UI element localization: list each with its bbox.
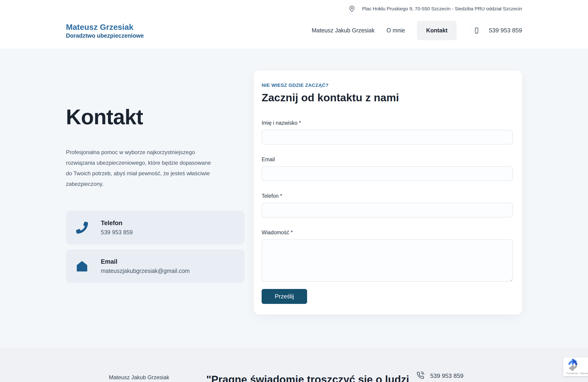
message-field-label: Wiadomość * [262, 230, 513, 236]
main-nav: Mateusz Jakub Grzesiak O mnie Kontakt 53… [312, 21, 522, 40]
recaptcha-caption[interactable]: Prywatność - Warunki [567, 372, 588, 375]
testimonial-quote: "Pragnę świadomie troszczyć się o ludzi [206, 373, 436, 382]
email-card-label: Email [101, 258, 190, 265]
email-field-label: Email [262, 156, 513, 163]
phone-call-icon [417, 371, 424, 380]
phone-icon [76, 222, 88, 233]
nav-item-mateusz-jakub-grzesiak[interactable]: Mateusz Jakub Grzesiak [312, 27, 375, 34]
recaptcha-logo-icon [567, 359, 579, 372]
map-pin-icon [346, 3, 357, 14]
office-address: Plac Hołdu Pruskiego 9, 70-550 Szczecin … [362, 6, 522, 11]
logo-title: Mateusz Grzesiak [66, 22, 144, 32]
contact-info-column: Kontakt Profesjonalna pomoc w wyborze na… [66, 70, 245, 345]
submit-button[interactable]: Prześlij [262, 289, 307, 304]
footer-name: Mateusz Jakub Grzesiak [109, 374, 169, 381]
nav-item-kontakt-active[interactable]: Kontakt [417, 21, 457, 40]
page-description: Profesjonalna pomoc w wyborze najkorzyst… [66, 147, 217, 189]
phone-info-card[interactable]: Telefon 539 953 859 [66, 211, 245, 244]
main-content: Kontakt Profesjonalna pomoc w wyborze na… [0, 48, 588, 345]
name-input[interactable] [262, 130, 513, 145]
site-header: Mateusz Grzesiak Doradztwo ubezpieczenio… [0, 18, 588, 48]
mail-open-icon [76, 260, 88, 272]
form-eyebrow: NIE WIESZ GDZIE ZACZĄĆ? [262, 83, 513, 88]
topbar: Plac Hołdu Pruskiego 9, 70-550 Szczecin … [0, 0, 588, 18]
email-input[interactable] [262, 166, 513, 181]
contact-form-card: NIE WIESZ GDZIE ZACZĄĆ? Zacznij od konta… [254, 70, 522, 315]
smartphone-icon [470, 24, 483, 37]
logo[interactable]: Mateusz Grzesiak Doradztwo ubezpieczenio… [66, 22, 144, 39]
header-phone[interactable]: 539 953 859 [470, 24, 522, 37]
header-phone-number: 539 953 859 [489, 27, 522, 34]
recaptcha-badge[interactable]: Prywatność - Warunki [563, 358, 588, 376]
phone-card-value: 539 953 859 [101, 229, 133, 236]
footer-phone-number: 539 953 859 [430, 372, 463, 380]
page-title: Kontakt [66, 105, 245, 129]
email-info-card[interactable]: Email mateuszjakubgrzesiak@gmail.com [66, 250, 245, 283]
message-textarea[interactable] [262, 239, 513, 282]
footer: Mateusz Jakub Grzesiak "Pragnę świadomie… [0, 348, 588, 382]
phone-input[interactable] [262, 203, 513, 217]
email-card-value: mateuszjakubgrzesiak@gmail.com [101, 268, 190, 274]
form-title: Zacznij od kontaktu z nami [262, 91, 513, 104]
contact-form: Imię i nazwisko * Email Telefon * Wiadom… [262, 120, 513, 304]
footer-phone[interactable]: 539 953 859 [417, 371, 463, 380]
nav-item-o-mnie[interactable]: O mnie [387, 27, 405, 34]
logo-subtitle: Doradztwo ubezpieczeniowe [66, 32, 144, 39]
phone-field-label: Telefon * [262, 193, 513, 199]
phone-card-label: Telefon [101, 220, 133, 227]
name-field-label: Imię i nazwisko * [262, 120, 513, 126]
